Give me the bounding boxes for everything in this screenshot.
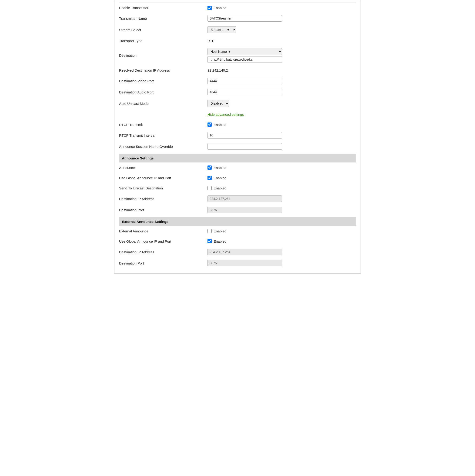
announce-settings-header: Announce Settings: [119, 154, 356, 162]
external-announce-row: External Announce Enabled: [119, 226, 356, 236]
external-announce-enabled-text: Enabled: [214, 229, 226, 233]
video-port-input[interactable]: [207, 78, 282, 84]
use-global-announce-row: Use Global Announce IP and Port Enabled: [119, 173, 356, 183]
video-port-value: [207, 78, 356, 84]
rtcp-transmit-row: RTCP Transmit Enabled: [119, 119, 356, 130]
session-name-override-row: Announce Session Name Override: [119, 141, 356, 152]
use-global-announce-checkbox[interactable]: [207, 176, 212, 180]
use-global-announce-enabled-text: Enabled: [214, 176, 226, 180]
dest-ip-row: Destination IP Address: [119, 193, 356, 204]
settings-container: Enable Transmitter Enabled Transmitter N…: [114, 0, 361, 273]
use-global-announce-ext-label: Use Global Announce IP and Port: [119, 239, 207, 243]
enable-transmitter-checkbox[interactable]: [207, 6, 212, 10]
announce-value: Enabled: [207, 166, 356, 170]
stream-select-row: Stream Select Stream 1 - ▼ Stream 2 - St…: [119, 24, 356, 35]
transmitter-name-value: [207, 15, 356, 22]
use-global-announce-label: Use Global Announce IP and Port: [119, 176, 207, 180]
rtcp-transmit-label: RTCP Transmit: [119, 123, 207, 127]
transport-type-row: Transport Type RTP: [119, 35, 356, 46]
use-global-announce-ext-checkbox[interactable]: [207, 239, 212, 243]
use-global-announce-ext-row: Use Global Announce IP and Port Enabled: [119, 236, 356, 246]
transport-type-label: Transport Type: [119, 39, 207, 43]
rtcp-interval-row: RTCP Transmit Interval: [119, 130, 356, 141]
enable-transmitter-value: Enabled: [207, 6, 356, 10]
dest-ip-ext-value: [207, 249, 356, 255]
rtcp-transmit-enabled-text: Enabled: [214, 123, 226, 127]
dest-ip-ext-input[interactable]: [207, 249, 282, 255]
session-name-override-label: Announce Session Name Override: [119, 145, 207, 149]
rtcp-interval-value: [207, 132, 356, 138]
dest-port-ext-value: [207, 260, 356, 266]
dest-port-input[interactable]: [207, 207, 282, 213]
audio-port-row: Destination Audio Port: [119, 86, 356, 98]
stream-select-value: Stream 1 - ▼ Stream 2 - Stream 3 -: [207, 26, 356, 33]
send-unicast-enabled-text: Enabled: [214, 186, 226, 190]
audio-port-value: [207, 89, 356, 95]
use-global-announce-ext-checkbox-label[interactable]: Enabled: [207, 239, 226, 243]
transport-type-text: RTP: [207, 39, 215, 43]
auto-unicast-label: Auto Unicast Mode: [119, 102, 207, 105]
use-global-announce-ext-enabled-text: Enabled: [214, 239, 226, 243]
stream-select-dropdown[interactable]: Stream 1 - ▼ Stream 2 - Stream 3 -: [207, 26, 236, 33]
hide-advanced-link[interactable]: Hide advanced settings: [207, 113, 244, 117]
rtcp-interval-input[interactable]: [207, 132, 282, 138]
resolved-ip-row: Resolved Destination IP Address 92.242.1…: [119, 65, 356, 75]
dest-port-ext-label: Destination Port: [119, 261, 207, 265]
dest-port-value: [207, 207, 356, 213]
enable-transmitter-label: Enable Transmitter: [119, 6, 207, 10]
session-name-override-input[interactable]: [207, 143, 282, 150]
dest-ip-ext-row: Destination IP Address: [119, 246, 356, 257]
video-port-label: Destination Video Port: [119, 79, 207, 83]
enable-transmitter-checkbox-label[interactable]: Enabled: [207, 6, 226, 10]
dest-ip-input[interactable]: [207, 195, 282, 202]
audio-port-input[interactable]: [207, 89, 282, 95]
external-announce-checkbox[interactable]: [207, 229, 212, 233]
auto-unicast-row: Auto Unicast Mode Disabled Enabled: [119, 98, 356, 109]
send-unicast-checkbox-label[interactable]: Enabled: [207, 186, 226, 190]
enable-transmitter-row: Enable Transmitter Enabled: [119, 2, 356, 13]
destination-value: Host Name ▼ IP Address: [207, 48, 356, 63]
destination-row: Destination Host Name ▼ IP Address: [119, 46, 356, 65]
resolved-ip-value: 92.242.140.2: [207, 68, 356, 72]
auto-unicast-dropdown[interactable]: Disabled Enabled: [207, 100, 229, 107]
external-announce-value: Enabled: [207, 229, 356, 233]
dest-ip-label: Destination IP Address: [119, 197, 207, 201]
dest-ip-value: [207, 195, 356, 202]
dest-port-ext-row: Destination Port: [119, 257, 356, 269]
dest-port-label: Destination Port: [119, 208, 207, 212]
transmitter-name-input[interactable]: [207, 15, 282, 22]
use-global-announce-ext-value: Enabled: [207, 239, 356, 243]
stream-select-label: Stream Select: [119, 28, 207, 32]
hide-advanced-row: Hide advanced settings: [119, 109, 356, 119]
dest-ip-ext-label: Destination IP Address: [119, 250, 207, 254]
dest-port-row: Destination Port: [119, 204, 356, 215]
rtcp-interval-label: RTCP Transmit Interval: [119, 133, 207, 137]
announce-label: Announce: [119, 166, 207, 170]
external-announce-label: External Announce: [119, 229, 207, 233]
send-unicast-label: Send To Unicast Destination: [119, 186, 207, 190]
use-global-announce-checkbox-label[interactable]: Enabled: [207, 176, 226, 180]
transport-type-value: RTP: [207, 39, 356, 43]
transmitter-name-row: Transmitter Name: [119, 13, 356, 24]
announce-row: Announce Enabled: [119, 162, 356, 173]
destination-label: Destination: [119, 53, 207, 57]
send-unicast-row: Send To Unicast Destination Enabled: [119, 183, 356, 193]
send-unicast-value: Enabled: [207, 186, 356, 190]
resolved-ip-label: Resolved Destination IP Address: [119, 68, 207, 72]
destination-type-dropdown[interactable]: Host Name ▼ IP Address: [207, 48, 282, 55]
rtcp-transmit-checkbox-label[interactable]: Enabled: [207, 122, 226, 127]
destination-url-input[interactable]: [207, 56, 282, 63]
announce-checkbox-label[interactable]: Enabled: [207, 166, 226, 170]
session-name-override-value: [207, 143, 356, 150]
external-announce-checkbox-label[interactable]: Enabled: [207, 229, 226, 233]
audio-port-label: Destination Audio Port: [119, 90, 207, 94]
auto-unicast-value: Disabled Enabled: [207, 100, 356, 107]
destination-group: Host Name ▼ IP Address: [207, 48, 282, 63]
send-unicast-checkbox[interactable]: [207, 186, 212, 190]
transmitter-name-label: Transmitter Name: [119, 17, 207, 20]
dest-port-ext-input[interactable]: [207, 260, 282, 266]
rtcp-transmit-checkbox[interactable]: [207, 122, 212, 127]
enable-transmitter-enabled-text: Enabled: [214, 6, 226, 10]
announce-checkbox[interactable]: [207, 166, 212, 170]
rtcp-transmit-value: Enabled: [207, 122, 356, 127]
